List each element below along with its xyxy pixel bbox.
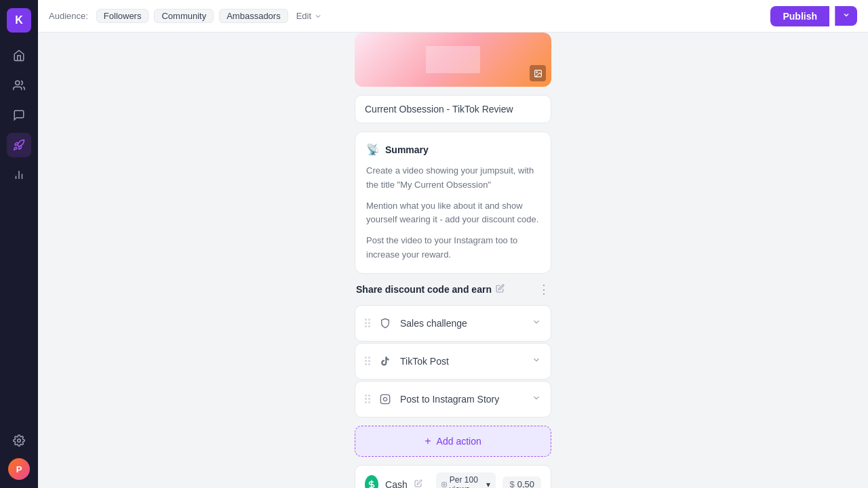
home-icon[interactable] [7, 43, 31, 68]
ambassadors-tag[interactable]: Ambassadors [219, 9, 288, 23]
publish-dropdown-button[interactable] [835, 6, 857, 26]
action-label: Post to Instagram Story [400, 394, 525, 405]
instagram-story-item[interactable]: Post to Instagram Story [355, 381, 551, 418]
image-card[interactable] [355, 33, 551, 87]
cash-edit-icon[interactable] [414, 479, 422, 488]
svg-point-4 [18, 439, 21, 443]
action-label: Sales challenge [400, 318, 525, 329]
tiktok-icon [377, 353, 393, 369]
summary-paragraph-1: Create a video showing your jumpsuit, wi… [366, 164, 540, 192]
instagram-icon [377, 391, 393, 407]
summary-icon: 📡 [366, 143, 380, 156]
sidebar: K P [0, 0, 38, 488]
price-value: 0,50 [517, 479, 534, 488]
header: Audience: Followers Community Ambassador… [38, 0, 868, 33]
settings-icon[interactable] [7, 428, 31, 453]
action-list: Sales challenge TikTok Post [355, 305, 551, 418]
svg-rect-8 [380, 394, 389, 403]
views-chevron-icon: ▾ [486, 480, 490, 488]
views-selector[interactable]: Per 100 views ▾ [436, 472, 496, 488]
summary-header: 📡 Summary [366, 143, 540, 156]
audience-label: Audience: [49, 11, 88, 21]
main-area: Audience: Followers Community Ambassador… [38, 0, 868, 488]
content-area: 📡 Summary Create a video showing your ju… [38, 33, 868, 488]
drag-handle [365, 319, 370, 327]
section-title-text: Share discount code and earn [356, 284, 492, 295]
section-title-group: Share discount code and earn [356, 284, 505, 295]
plus-icon: + [425, 435, 431, 447]
add-action-button[interactable]: + Add action [355, 426, 551, 457]
summary-title: Summary [385, 144, 429, 155]
cash-label: Cash [385, 479, 408, 488]
shield-icon [377, 315, 393, 331]
avatar[interactable]: P [8, 458, 30, 480]
drag-handle [365, 357, 370, 365]
title-input[interactable] [355, 95, 551, 123]
svg-point-0 [16, 81, 20, 85]
image-placeholder [355, 33, 551, 87]
summary-paragraph-3: Post the video to your Instagram too to … [366, 234, 540, 262]
drag-handle [365, 394, 370, 403]
summary-paragraph-2: Mention what you like about it and show … [366, 199, 540, 228]
add-action-label: Add action [437, 436, 481, 447]
svg-point-7 [536, 71, 537, 73]
action-label: TikTok Post [400, 356, 525, 367]
cash-badge-icon [365, 475, 378, 488]
price-badge: $ 0,50 [502, 476, 541, 488]
section-header: Share discount code and earn ⋮ [355, 282, 551, 297]
dollar-icon: $ [509, 479, 514, 488]
action-chevron-icon [532, 355, 541, 367]
svg-rect-11 [441, 482, 446, 487]
center-column: 📡 Summary Create a video showing your ju… [355, 33, 551, 488]
chat-icon[interactable] [7, 103, 31, 127]
tiktok-post-item[interactable]: TikTok Post [355, 343, 551, 380]
footer-bar: Cash Per 100 views ▾ $ 0,50 [355, 465, 551, 488]
summary-card: 📡 Summary Create a video showing your ju… [355, 131, 551, 274]
users-icon[interactable] [7, 73, 31, 98]
community-tag[interactable]: Community [154, 9, 214, 23]
sidebar-logo[interactable]: K [7, 8, 31, 33]
svg-rect-5 [426, 46, 480, 73]
edit-button[interactable]: Edit [296, 11, 322, 21]
sales-challenge-item[interactable]: Sales challenge [355, 305, 551, 342]
action-chevron-icon [532, 393, 541, 405]
publish-button[interactable]: Publish [770, 6, 829, 26]
views-label: Per 100 views [450, 475, 484, 488]
rocket-icon[interactable] [7, 133, 31, 157]
followers-tag[interactable]: Followers [96, 9, 149, 23]
action-chevron-icon [532, 317, 541, 329]
more-options-button[interactable]: ⋮ [538, 282, 550, 297]
chart-icon[interactable] [7, 163, 31, 187]
section-edit-pencil[interactable] [496, 284, 505, 295]
image-edit-icon[interactable] [530, 65, 546, 81]
